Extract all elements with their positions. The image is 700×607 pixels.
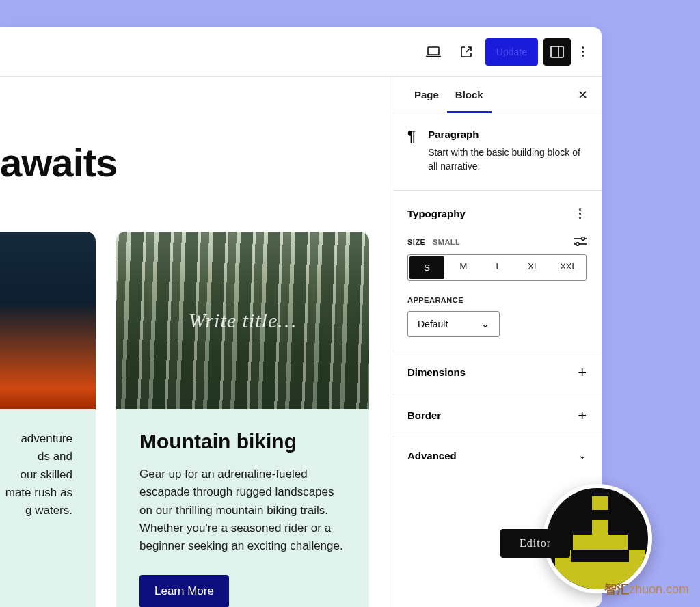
tab-block[interactable]: Block: [447, 77, 492, 113]
svg-rect-0: [428, 47, 439, 55]
learn-more-button[interactable]: Learn More: [139, 575, 229, 607]
plus-icon: +: [578, 407, 587, 424]
size-label: SIZE: [407, 238, 425, 246]
plus-icon: +: [578, 364, 587, 381]
card-body: Mountain biking Gear up for an adrenalin…: [116, 409, 369, 607]
card-title[interactable]: Mountain biking: [139, 430, 346, 453]
more-options-button[interactable]: [576, 41, 589, 62]
card-image[interactable]: [0, 232, 96, 409]
sidebar-tabs: Page Block ✕: [392, 77, 602, 113]
appearance-value: Default: [418, 319, 448, 329]
size-option-l[interactable]: L: [481, 255, 515, 280]
toggle-sidebar-button[interactable]: [543, 38, 571, 66]
block-name: Paragraph: [428, 129, 587, 140]
size-row: SIZE SMALL: [407, 235, 587, 247]
typography-options-button[interactable]: [574, 203, 587, 224]
card: Write title… Mountain biking Gear up for…: [116, 232, 369, 607]
close-sidebar-button[interactable]: ✕: [578, 87, 588, 103]
appearance-label: APPEARANCE: [407, 296, 587, 304]
panel-heading-label: Dimensions: [407, 366, 466, 378]
size-option-m[interactable]: M: [446, 255, 481, 280]
device-preview-button[interactable]: [420, 38, 447, 66]
card-text[interactable]: Gear up for an adrenaline-fueled escapad…: [139, 466, 346, 556]
size-option-xl[interactable]: XL: [516, 255, 551, 280]
update-button[interactable]: Update: [485, 38, 538, 66]
svg-point-5: [582, 237, 584, 239]
topbar: Update: [0, 27, 602, 77]
card-body: adventure ds and our skilled mate rush a…: [0, 409, 96, 545]
svg-rect-2: [551, 46, 563, 57]
image-placeholder-text[interactable]: Write title…: [189, 309, 297, 332]
size-value: SMALL: [433, 238, 460, 246]
laptop-icon: [426, 46, 441, 57]
block-header: ¶ Paragraph Start with the basic buildin…: [392, 113, 602, 191]
watermark-domain: zhuon.com: [629, 582, 689, 596]
size-selector: S M L XL XXL: [407, 254, 587, 281]
app-window: Update awaits adventure ds and our skill…: [0, 27, 602, 607]
dimensions-panel[interactable]: Dimensions +: [392, 351, 602, 394]
hero-title[interactable]: awaits: [0, 77, 392, 185]
card: adventure ds and our skilled mate rush a…: [0, 232, 96, 607]
size-option-xxl[interactable]: XXL: [551, 255, 586, 280]
external-link-button[interactable]: [453, 38, 480, 66]
block-description: Start with the basic building block of a…: [428, 146, 587, 174]
editor-label-pill: Editor: [500, 529, 570, 558]
chevron-down-icon: ⌄: [481, 319, 489, 329]
card-text[interactable]: adventure ds and our skilled mate rush a…: [0, 430, 72, 520]
custom-size-button[interactable]: [574, 237, 587, 246]
panel-icon: [550, 46, 564, 58]
chevron-down-icon: ⌄: [578, 450, 587, 461]
size-option-s[interactable]: S: [409, 256, 444, 279]
watermark-brand: 智汇: [604, 582, 629, 596]
appearance-select[interactable]: Default ⌄: [407, 311, 500, 337]
tab-page[interactable]: Page: [406, 77, 447, 113]
paragraph-icon: ¶: [407, 129, 416, 174]
card-image[interactable]: Write title…: [116, 232, 369, 409]
panel-heading-label: Typography: [407, 208, 466, 219]
sliders-icon: [574, 237, 587, 246]
border-panel[interactable]: Border +: [392, 394, 602, 437]
external-link-icon: [460, 46, 472, 58]
editor-canvas[interactable]: awaits adventure ds and our skilled mate…: [0, 77, 392, 607]
svg-point-7: [576, 242, 579, 245]
advanced-panel[interactable]: Advanced ⌄: [392, 437, 602, 474]
cards-row: adventure ds and our skilled mate rush a…: [0, 232, 392, 607]
panel-heading-label: Border: [407, 409, 441, 421]
watermark: 智汇zhuon.com: [604, 581, 689, 597]
panel-heading-label: Advanced: [407, 450, 457, 461]
typography-panel: Typography SIZE SMALL S M L XL XXL APPEA…: [392, 191, 602, 351]
typography-heading: Typography: [407, 203, 587, 224]
